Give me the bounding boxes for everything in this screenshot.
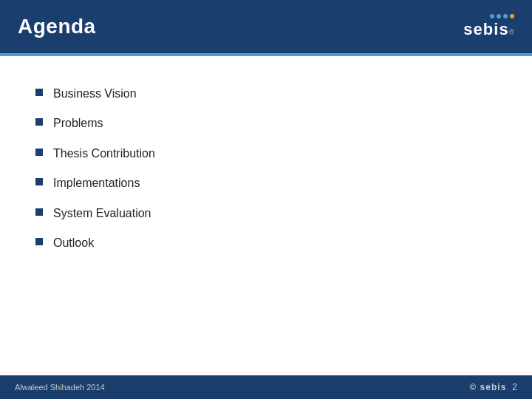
logo-dot-1 bbox=[490, 14, 494, 18]
footer-author: Alwaleed Shihadeh 2014 bbox=[15, 383, 105, 392]
slide: Agenda sebis® Business Vision bbox=[0, 0, 532, 399]
slide-title: Agenda bbox=[18, 15, 96, 38]
logo-text: sebis bbox=[463, 20, 508, 39]
slide-footer: Alwaleed Shihadeh 2014 © sebis 2 bbox=[0, 375, 532, 399]
logo-reg: ® bbox=[509, 28, 514, 36]
logo-area: sebis® bbox=[463, 14, 514, 39]
logo-dot-4 bbox=[510, 14, 514, 18]
slide-header: Agenda sebis® bbox=[0, 0, 532, 53]
list-item: Implementations bbox=[35, 175, 497, 191]
bullet-icon bbox=[35, 208, 43, 216]
agenda-item-label: Outlook bbox=[53, 235, 94, 251]
logo-dots bbox=[490, 14, 514, 18]
agenda-list: Business Vision Problems Thesis Contribu… bbox=[35, 86, 497, 251]
agenda-item-label: Business Vision bbox=[53, 86, 137, 102]
footer-page-number: 2 bbox=[512, 382, 517, 392]
agenda-item-label: Problems bbox=[53, 115, 103, 132]
bullet-icon bbox=[35, 178, 43, 185]
agenda-item-label: System Evaluation bbox=[53, 205, 151, 222]
list-item: Outlook bbox=[35, 235, 497, 251]
bullet-icon bbox=[35, 149, 43, 156]
footer-right: © sebis 2 bbox=[469, 382, 517, 392]
footer-logo: © sebis bbox=[469, 382, 506, 392]
slide-content: Business Vision Problems Thesis Contribu… bbox=[0, 56, 532, 288]
list-item: Problems bbox=[35, 115, 497, 132]
bullet-icon bbox=[35, 89, 43, 96]
logo-dot-3 bbox=[503, 14, 508, 18]
bullet-icon bbox=[35, 118, 43, 126]
list-item: Business Vision bbox=[35, 86, 497, 102]
logo-dot-2 bbox=[497, 14, 501, 18]
list-item: System Evaluation bbox=[35, 205, 497, 222]
bullet-icon bbox=[35, 238, 43, 245]
agenda-item-label: Thesis Contribution bbox=[53, 146, 155, 162]
list-item: Thesis Contribution bbox=[35, 146, 497, 162]
agenda-item-label: Implementations bbox=[53, 175, 140, 191]
